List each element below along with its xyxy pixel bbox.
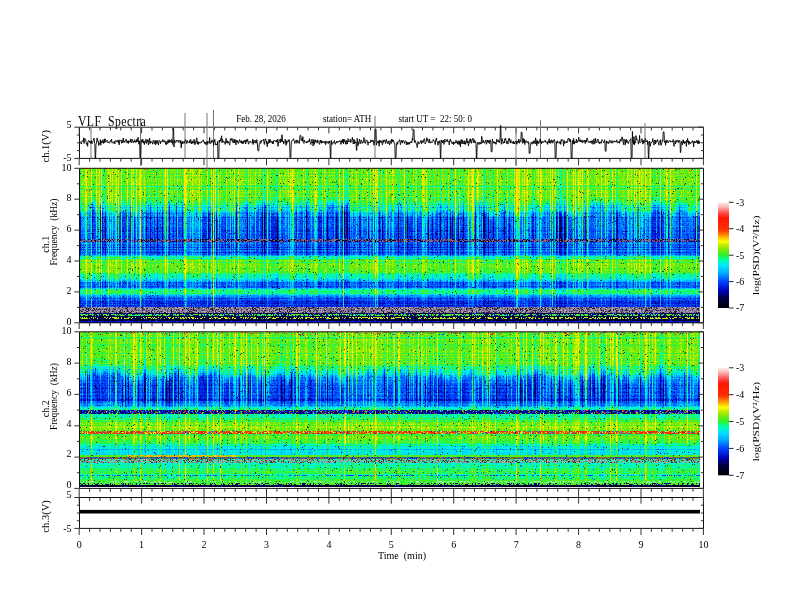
svg-text:4: 4 xyxy=(67,254,72,265)
svg-text:10: 10 xyxy=(698,539,708,550)
svg-text:log(PSD)(V²/Hz): log(PSD)(V²/Hz) xyxy=(751,382,761,462)
svg-text:-5: -5 xyxy=(63,523,71,534)
svg-text:-7: -7 xyxy=(736,470,744,481)
svg-text:start UT = 22: 50: 0: start UT = 22: 50: 0 xyxy=(399,112,472,124)
svg-text:4: 4 xyxy=(326,539,331,550)
svg-text:-6: -6 xyxy=(736,276,744,287)
svg-text:Feb. 28, 2026: Feb. 28, 2026 xyxy=(236,112,286,124)
svg-text:-4: -4 xyxy=(736,389,744,400)
svg-text:10: 10 xyxy=(62,162,72,173)
svg-text:Frequency (kHz): Frequency (kHz) xyxy=(49,363,60,430)
svg-text:2: 2 xyxy=(67,285,72,296)
svg-text:9: 9 xyxy=(638,539,643,550)
svg-text:2: 2 xyxy=(202,539,207,550)
svg-text:ch.1(V): ch.1(V) xyxy=(40,130,52,163)
svg-text:5: 5 xyxy=(67,119,72,130)
svg-text:-4: -4 xyxy=(736,223,744,234)
svg-text:1: 1 xyxy=(139,539,144,550)
svg-text:Frequency (kHz): Frequency (kHz) xyxy=(49,199,60,266)
svg-text:6: 6 xyxy=(67,223,72,234)
svg-text:-3: -3 xyxy=(736,362,744,373)
svg-text:6: 6 xyxy=(451,539,456,550)
svg-text:Time (min): Time (min) xyxy=(378,550,426,562)
svg-text:-3: -3 xyxy=(736,197,744,208)
svg-text:-6: -6 xyxy=(736,443,744,454)
svg-text:6: 6 xyxy=(67,387,72,398)
svg-text:8: 8 xyxy=(67,192,72,203)
svg-text:5: 5 xyxy=(389,539,394,550)
svg-text:8: 8 xyxy=(576,539,581,550)
svg-text:-7: -7 xyxy=(736,302,744,313)
svg-text:3: 3 xyxy=(264,539,269,550)
svg-text:station= ATH: station= ATH xyxy=(323,112,371,124)
svg-text:-5: -5 xyxy=(736,416,744,427)
svg-text:log(PSD)(V²/Hz): log(PSD)(V²/Hz) xyxy=(751,215,761,295)
svg-text:5: 5 xyxy=(67,489,72,500)
svg-text:4: 4 xyxy=(67,418,72,429)
svg-text:10: 10 xyxy=(62,325,72,336)
svg-text:7: 7 xyxy=(514,539,519,550)
svg-text:0: 0 xyxy=(77,539,82,550)
svg-text:-5: -5 xyxy=(736,250,744,261)
svg-text:8: 8 xyxy=(67,356,72,367)
svg-text:ch.3(V): ch.3(V) xyxy=(40,500,52,533)
svg-text:0: 0 xyxy=(67,479,72,490)
svg-text:2: 2 xyxy=(67,448,72,459)
svg-text:VLF Spectra: VLF Spectra xyxy=(78,112,146,128)
